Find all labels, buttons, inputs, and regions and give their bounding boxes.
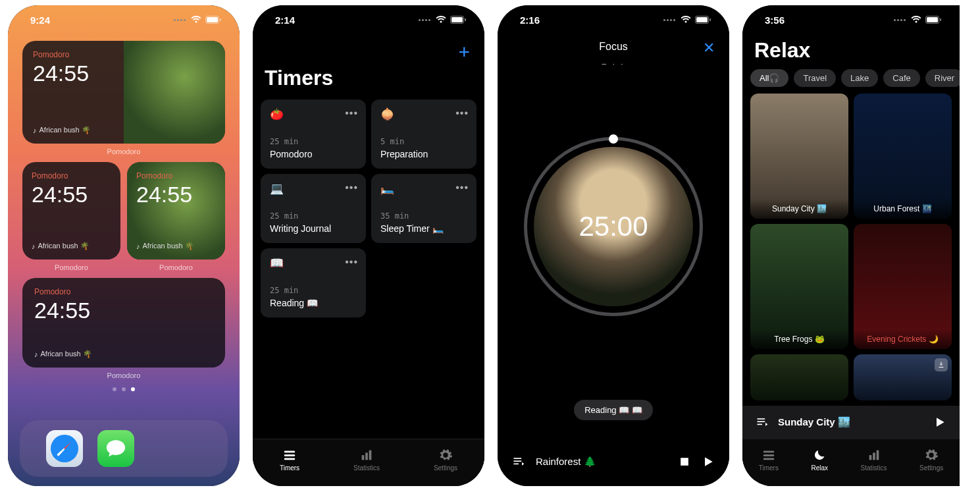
- svg-rect-2: [220, 18, 221, 21]
- timer-name: Pomodoro: [270, 149, 357, 159]
- tab-relax[interactable]: Relax: [811, 448, 828, 472]
- battery-icon: [925, 16, 941, 24]
- svg-rect-24: [758, 424, 763, 425]
- timer-card[interactable]: 🧅 ••• 5 min Preparation: [371, 99, 477, 169]
- play-button[interactable]: [702, 455, 715, 468]
- safari-app-icon[interactable]: [46, 430, 83, 467]
- relax-card[interactable]: Evening Crickets 🌙: [854, 224, 952, 349]
- more-icon[interactable]: •••: [455, 107, 469, 119]
- relax-card[interactable]: Tree Frogs 🐸: [750, 224, 848, 349]
- relax-card[interactable]: [750, 354, 848, 400]
- wifi-icon: [911, 16, 921, 24]
- more-icon[interactable]: •••: [455, 182, 469, 194]
- svg-rect-28: [869, 455, 871, 460]
- widget-title: Pomodoro: [33, 50, 113, 59]
- screenshot-relax: 3:56 Relax All🎧 Travel Lake Cafe River W…: [742, 5, 960, 486]
- svg-rect-27: [763, 458, 775, 460]
- status-bar: 9:24: [8, 5, 240, 34]
- timer-value: 25:00: [579, 211, 648, 242]
- screenshot-focus: 2:16 Focus ✕ – · · 25:00 Reading 📖 📖 Rai…: [498, 5, 729, 486]
- svg-rect-23: [758, 421, 765, 422]
- svg-rect-16: [514, 460, 522, 462]
- filter-lake[interactable]: Lake: [841, 69, 878, 87]
- svg-rect-18: [681, 458, 688, 466]
- tab-bar: Timers Relax Statistics Settings: [742, 439, 960, 486]
- svg-rect-17: [514, 464, 519, 465]
- svg-rect-26: [763, 454, 775, 456]
- play-button[interactable]: [933, 416, 946, 429]
- filter-travel[interactable]: Travel: [794, 69, 836, 87]
- svg-rect-15: [514, 458, 522, 459]
- more-icon[interactable]: •••: [345, 256, 358, 268]
- pomodoro-widget-medium[interactable]: Pomodoro 24:55 ♪ African bush 🌴: [22, 278, 225, 368]
- filter-row: All🎧 Travel Lake Cafe River Wat: [742, 69, 960, 94]
- wifi-icon: [191, 16, 201, 24]
- sound-label: Rainforest 🌲: [536, 456, 596, 468]
- svg-rect-25: [763, 451, 775, 452]
- now-playing-bar[interactable]: Sunday City 🏙️: [742, 406, 960, 439]
- filter-all[interactable]: All🎧: [750, 69, 788, 87]
- timer-duration: 25 min: [270, 137, 357, 146]
- widget-caption: Pomodoro: [22, 148, 225, 155]
- tab-settings[interactable]: Settings: [919, 448, 943, 472]
- status-time: 3:56: [765, 14, 785, 26]
- svg-rect-11: [369, 450, 372, 460]
- focus-title: Focus: [498, 41, 729, 53]
- status-time: 2:16: [520, 14, 540, 26]
- svg-rect-13: [696, 17, 708, 22]
- battery-icon: [450, 16, 466, 24]
- page-title: Timers: [253, 66, 484, 99]
- tab-timers[interactable]: Timers: [280, 448, 299, 472]
- relax-card[interactable]: Sunday City 🏙️: [750, 94, 848, 219]
- svg-rect-9: [362, 455, 365, 460]
- playlist-icon[interactable]: [756, 416, 769, 429]
- filter-cafe[interactable]: Cafe: [883, 69, 919, 87]
- battery-icon: [205, 16, 221, 24]
- timer-card[interactable]: 💻 ••• 25 min Writing Journal: [261, 174, 366, 243]
- close-button[interactable]: ✕: [703, 40, 715, 57]
- player-bar: Rainforest 🌲: [498, 444, 729, 486]
- timer-card[interactable]: 📖 ••• 25 min Reading 📖: [261, 248, 366, 317]
- stop-button[interactable]: [678, 455, 691, 468]
- timer-card[interactable]: 🍅 ••• 25 min Pomodoro: [261, 99, 366, 169]
- timer-ring[interactable]: 25:00: [524, 137, 703, 316]
- playlist-icon[interactable]: [512, 455, 525, 468]
- tab-statistics[interactable]: Statistics: [353, 448, 380, 472]
- relax-card[interactable]: Urban Forest 🌃: [854, 94, 952, 219]
- more-icon[interactable]: •••: [345, 182, 358, 194]
- tab-settings[interactable]: Settings: [434, 448, 457, 472]
- svg-rect-14: [709, 18, 711, 21]
- download-icon[interactable]: [935, 358, 948, 371]
- widget-sound: ♪ African bush 🌴: [33, 126, 113, 134]
- pomodoro-widget-small[interactable]: Pomodoro 24:55 ♪ African bush 🌴: [22, 162, 120, 260]
- status-time: 9:24: [30, 14, 50, 26]
- page-indicator[interactable]: [22, 387, 225, 391]
- pomodoro-widget-small-image[interactable]: Pomodoro 24:55 ♪ African bush 🌴: [127, 162, 225, 260]
- add-timer-button[interactable]: +: [458, 42, 470, 62]
- svg-rect-21: [940, 18, 941, 21]
- ring-handle-icon: [609, 134, 618, 144]
- widget-image: [124, 41, 225, 144]
- timer-card[interactable]: 🛏️ ••• 35 min Sleep Timer 🛏️: [371, 174, 477, 243]
- svg-rect-20: [927, 17, 938, 22]
- relax-card[interactable]: [854, 354, 952, 400]
- tab-statistics[interactable]: Statistics: [861, 448, 887, 472]
- timer-emoji-icon: 🍅: [270, 107, 357, 121]
- screenshot-widgets: 9:24 Pomodoro 24:55 ♪ African bush 🌴 Pom…: [8, 5, 240, 486]
- wifi-icon: [436, 16, 446, 24]
- svg-rect-22: [758, 418, 765, 420]
- svg-rect-8: [284, 458, 296, 460]
- widget-time: 24:55: [33, 61, 113, 86]
- messages-app-icon[interactable]: [97, 430, 134, 467]
- svg-rect-1: [207, 17, 218, 22]
- battery-icon: [695, 16, 711, 24]
- activity-chip[interactable]: Reading 📖 📖: [574, 400, 653, 420]
- more-icon[interactable]: •••: [345, 107, 358, 119]
- svg-rect-29: [873, 452, 875, 460]
- tab-timers[interactable]: Timers: [759, 448, 779, 472]
- now-playing-label: Sunday City 🏙️: [778, 416, 850, 428]
- page-title: Relax: [742, 38, 960, 69]
- pomodoro-widget-large[interactable]: Pomodoro 24:55 ♪ African bush 🌴: [22, 41, 225, 144]
- filter-river[interactable]: River: [925, 69, 960, 87]
- status-time: 2:14: [275, 14, 295, 26]
